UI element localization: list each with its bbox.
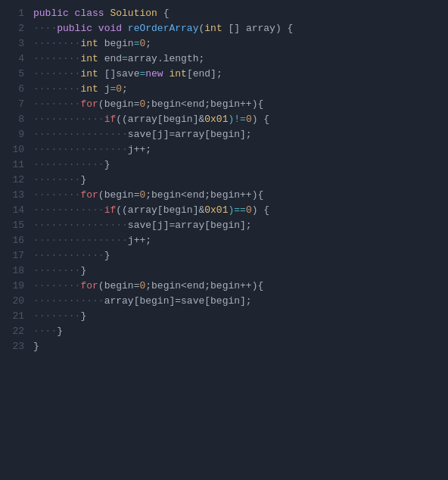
- code-line: 11············}: [0, 157, 448, 173]
- line-content: ············if((array[begin]&0x01)==0) {: [33, 203, 269, 218]
- line-number: 3: [6, 36, 24, 51]
- code-line: 16················j++;: [0, 233, 448, 248]
- line-number: 12: [6, 173, 24, 188]
- line-content: ····}: [33, 324, 63, 339]
- indent-dots: ········: [33, 189, 80, 201]
- line-number: 15: [6, 218, 24, 233]
- code-line: 17············}: [0, 248, 448, 263]
- line-number: 20: [6, 294, 24, 309]
- token-punct: .length;: [157, 53, 204, 64]
- line-content: ················j++;: [33, 142, 151, 157]
- line-content: }: [33, 339, 39, 354]
- code-line: 7········for(begin=0;begin<end;begin++){: [0, 97, 448, 112]
- line-number: 21: [6, 309, 24, 324]
- token-var-name: save[j]=array[begin];: [128, 129, 252, 140]
- token-operator: )==: [228, 204, 245, 216]
- token-punct: (begin=: [98, 280, 140, 291]
- code-line: 8············if((array[begin]&0x01)!=0) …: [0, 112, 448, 127]
- token-var-name: begin: [98, 38, 134, 49]
- token-kw-if: if: [104, 204, 117, 216]
- code-line: 4········int end=array.length;: [0, 51, 448, 67]
- indent-dots: ············: [33, 204, 104, 216]
- token-var-name: [] array): [222, 23, 282, 34]
- line-number: 10: [6, 142, 24, 157]
- token-kw-new: new: [145, 68, 169, 79]
- token-kw-if: if: [104, 114, 117, 125]
- token-punct: ;begin<end;begin++){: [145, 280, 263, 291]
- line-number: 19: [6, 279, 24, 294]
- token-punct: ;begin<end;begin++){: [145, 98, 263, 110]
- token-operator: )!=: [228, 114, 245, 125]
- indent-dots: ················: [33, 129, 128, 140]
- token-number: 0: [246, 204, 252, 216]
- token-punct: (begin=: [98, 189, 140, 201]
- indent-dots: ············: [33, 159, 104, 170]
- indent-dots: ················: [33, 235, 128, 246]
- line-number: 8: [6, 112, 24, 127]
- indent-dots: ········: [33, 265, 80, 276]
- token-method-name: reOrderArray: [128, 23, 199, 34]
- token-punct: (begin=: [98, 98, 140, 110]
- token-var-name: j: [98, 83, 110, 95]
- code-line: 12········}: [0, 173, 448, 188]
- line-content: ········}: [33, 263, 86, 279]
- token-punct: ;begin<end;begin++){: [145, 189, 263, 201]
- line-number: 16: [6, 233, 24, 248]
- indent-dots: ····: [33, 23, 57, 34]
- token-var-name: j++;: [128, 235, 151, 246]
- line-number: 14: [6, 203, 24, 218]
- token-number: 0: [116, 83, 122, 95]
- token-kw-void: void: [98, 23, 128, 34]
- token-hex-val: 0x01: [204, 204, 228, 216]
- line-number: 6: [6, 82, 24, 97]
- line-number: 11: [6, 157, 24, 173]
- code-line: 20············array[begin]=save[begin];: [0, 294, 448, 309]
- line-number: 18: [6, 263, 24, 279]
- token-kw-int: int: [80, 68, 98, 79]
- token-operator: =: [122, 53, 128, 64]
- token-number: 0: [246, 114, 252, 125]
- indent-dots: ········: [33, 68, 80, 79]
- line-number: 22: [6, 324, 24, 339]
- line-content: ········for(begin=0;begin<end;begin++){: [33, 97, 263, 112]
- line-content: ········int end=array.length;: [33, 51, 204, 67]
- token-kw-for: for: [80, 98, 98, 110]
- code-line: 9················save[j]=array[begin];: [0, 127, 448, 142]
- token-kw-class: class: [75, 8, 110, 19]
- token-brace: }: [104, 250, 110, 261]
- token-kw-public: public: [33, 8, 75, 19]
- line-content: ········int begin=0;: [33, 36, 151, 51]
- code-line: 18········}: [0, 263, 448, 279]
- line-number: 13: [6, 188, 24, 203]
- token-brace: {: [282, 23, 294, 34]
- line-content: ············array[begin]=save[begin];: [33, 294, 252, 309]
- token-brace: }: [104, 159, 110, 170]
- indent-dots: ············: [33, 250, 104, 261]
- token-kw-for: for: [80, 189, 98, 201]
- line-content: ················j++;: [33, 233, 151, 248]
- token-kw-int: int: [80, 83, 98, 95]
- token-var-name: []save: [98, 68, 140, 79]
- code-line: 13········for(begin=0;begin<end;begin++)…: [0, 188, 448, 203]
- line-number: 23: [6, 339, 24, 354]
- indent-dots: ········: [33, 53, 80, 64]
- token-kw-int: int: [169, 68, 186, 79]
- indent-dots: ········: [33, 83, 80, 95]
- line-number: 4: [6, 51, 24, 67]
- token-var-name: save[j]=array[begin];: [128, 220, 252, 231]
- token-brace: }: [80, 310, 86, 322]
- code-line: 15················save[j]=array[begin];: [0, 218, 448, 233]
- line-number: 7: [6, 97, 24, 112]
- indent-dots: ············: [33, 114, 104, 125]
- line-content: ········for(begin=0;begin<end;begin++){: [33, 188, 263, 203]
- indent-dots: ········: [33, 280, 80, 291]
- indent-dots: ········: [33, 174, 80, 185]
- indent-dots: ····: [33, 326, 57, 337]
- token-punct: [end];: [187, 68, 222, 79]
- code-line: 21········}: [0, 309, 448, 324]
- code-line: 19········for(begin=0;begin<end;begin++)…: [0, 279, 448, 294]
- line-number: 9: [6, 127, 24, 142]
- token-kw-int: int: [80, 38, 98, 49]
- code-line: 5········int []save=new int[end];: [0, 67, 448, 82]
- code-line: 14············if((array[begin]&0x01)==0)…: [0, 203, 448, 218]
